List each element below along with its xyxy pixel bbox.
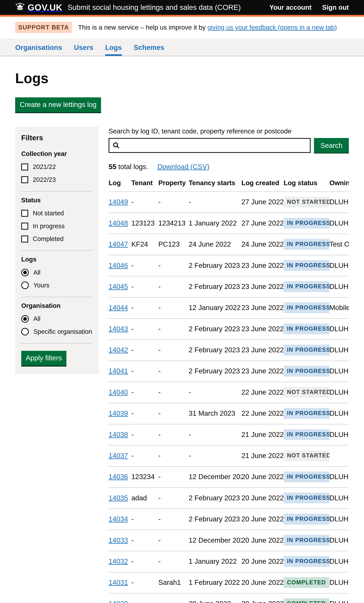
govuk-logo[interactable]: GOV.UK	[15, 2, 62, 13]
log-id-link[interactable]: 14044	[109, 304, 128, 312]
log-id-link[interactable]: 14045	[109, 283, 128, 290]
log-id-link[interactable]: 14036	[109, 473, 128, 481]
cell-owning-organisation	[329, 445, 349, 466]
log-id-link[interactable]: 14047	[109, 240, 128, 248]
cell-property: -	[158, 551, 189, 572]
logo-text: GOV.UK	[28, 2, 62, 13]
cell-log: 14045	[109, 276, 131, 297]
cell-tenant: -	[131, 509, 158, 530]
radio-control[interactable]	[21, 281, 29, 289]
radio-option-yours[interactable]: Yours	[21, 281, 93, 290]
filter-group-logs: LogsAllYours	[21, 251, 93, 297]
create-lettings-log-button[interactable]: Create a new lettings log	[15, 97, 101, 112]
status-badge: IN PROGRESS	[284, 324, 329, 334]
radio-control[interactable]	[21, 328, 29, 336]
cell-property: -	[158, 466, 189, 487]
feedback-link[interactable]: giving us your feedback (opens in a new …	[208, 24, 337, 31]
filter-group-collection-year: Collection year2021/222022/23	[21, 145, 93, 192]
cell-tenant: -	[131, 424, 158, 445]
col-header-log-status: Log status	[284, 174, 329, 192]
cell-log-created: 20 June 2022	[241, 593, 284, 603]
log-id-link[interactable]: 14042	[109, 346, 128, 354]
checkbox-option-completed[interactable]: Completed	[21, 235, 93, 243]
radio-option-all[interactable]: All	[21, 315, 93, 323]
cell-tenancy-starts: -	[189, 445, 241, 466]
service-name[interactable]: Submit social housing lettings and sales…	[68, 3, 241, 12]
log-id-link[interactable]: 14049	[109, 198, 128, 206]
apply-filters-button[interactable]: Apply filters	[21, 351, 66, 366]
cell-log-status: NOT STARTED	[284, 445, 329, 466]
cell-log: 14031	[109, 572, 131, 593]
log-id-link[interactable]: 14033	[109, 536, 128, 544]
log-id-link[interactable]: 14043	[109, 325, 128, 333]
table-row: 14038---21 June 2022IN PROGRESSDLUHC	[109, 424, 349, 445]
cell-tenant: 123123	[131, 213, 158, 234]
cell-owning-organisation: DLUHC Te	[329, 318, 349, 340]
checkbox-control[interactable]	[21, 223, 28, 230]
cell-log-created: 20 June 2022	[241, 530, 284, 551]
radio-option-specific-organisation[interactable]: Specific organisation	[21, 328, 93, 336]
checkbox-control[interactable]	[21, 210, 28, 217]
download-csv-link[interactable]: Download (CSV)	[157, 163, 210, 171]
checkbox-option-in-progress[interactable]: In progress	[21, 222, 93, 230]
cell-log: 14032	[109, 551, 131, 572]
search-button[interactable]: Search	[314, 138, 349, 153]
log-id-link[interactable]: 14035	[109, 494, 128, 502]
log-id-link[interactable]: 14031	[109, 579, 128, 586]
col-header-property: Property	[158, 174, 189, 192]
nav-item-users[interactable]: Users	[74, 38, 93, 56]
checkbox-option-2021-22[interactable]: 2021/22	[21, 163, 93, 171]
cell-property: -	[158, 297, 189, 318]
cell-owning-organisation: Test Organ	[329, 234, 349, 255]
nav-item-schemes[interactable]: Schemes	[134, 38, 164, 56]
checkbox-option-not-started[interactable]: Not started	[21, 209, 93, 218]
cell-log: 14034	[109, 509, 131, 530]
checkbox-control[interactable]	[21, 163, 28, 171]
cell-tenant: -	[131, 297, 158, 318]
log-id-link[interactable]: 14040	[109, 388, 128, 396]
search-input[interactable]	[109, 138, 311, 153]
logs-table-header-row: LogTenantPropertyTenancy startsLog creat…	[109, 174, 349, 192]
status-badge: IN PROGRESS	[284, 472, 329, 482]
table-row: 14044--12 January 202223 June 2022IN PRO…	[109, 297, 349, 318]
cell-tenancy-starts: -	[189, 382, 241, 403]
cell-property: -	[158, 340, 189, 361]
log-id-link[interactable]: 14046	[109, 261, 128, 269]
radio-control[interactable]	[21, 269, 29, 276]
log-id-link[interactable]: 14032	[109, 557, 128, 565]
cell-owning-organisation: DLUHC	[329, 361, 349, 382]
filter-groups: Collection year2021/222022/23StatusNot s…	[21, 145, 93, 344]
log-id-link[interactable]: 14030	[109, 600, 128, 603]
status-badge: IN PROGRESS	[284, 514, 329, 524]
status-badge: IN PROGRESS	[284, 408, 329, 419]
checkbox-control[interactable]	[21, 235, 28, 243]
your-account-link[interactable]: Your account	[269, 3, 312, 12]
radio-control[interactable]	[21, 315, 29, 323]
log-id-link[interactable]: 14034	[109, 515, 128, 523]
sign-out-link[interactable]: Sign out	[322, 3, 349, 12]
log-id-link[interactable]: 14041	[109, 367, 128, 375]
option-label: In progress	[33, 222, 65, 230]
radio-option-all[interactable]: All	[21, 268, 93, 277]
table-row: 14041--2 February 202323 June 2022IN PRO…	[109, 361, 349, 382]
log-id-link[interactable]: 14048	[109, 219, 128, 227]
cell-log-status: IN PROGRESS	[284, 234, 329, 255]
nav-item-logs[interactable]: Logs	[105, 38, 122, 56]
log-id-link[interactable]: 14038	[109, 430, 128, 439]
table-row: 14043--2 February 202323 June 2022IN PRO…	[109, 318, 349, 340]
cell-owning-organisation: DLUHC Te	[329, 487, 349, 509]
col-header-log-created: Log created	[241, 174, 284, 192]
cell-log-created: 20 June 2022	[241, 466, 284, 487]
status-badge: IN PROGRESS	[284, 239, 329, 250]
log-id-link[interactable]: 14039	[109, 409, 128, 417]
cell-log: 14033	[109, 530, 131, 551]
cell-owning-organisation: DLUHC Te	[329, 572, 349, 593]
cell-tenancy-starts: 20 June 2022	[189, 593, 241, 603]
log-id-link[interactable]: 14037	[109, 452, 128, 460]
account-nav: Your account Sign out	[269, 3, 349, 12]
cell-log-status: IN PROGRESS	[284, 361, 329, 382]
nav-item-organisations[interactable]: Organisations	[15, 38, 62, 56]
checkbox-control[interactable]	[21, 176, 28, 183]
cell-property: -	[158, 487, 189, 509]
checkbox-option-2022-23[interactable]: 2022/23	[21, 176, 93, 184]
